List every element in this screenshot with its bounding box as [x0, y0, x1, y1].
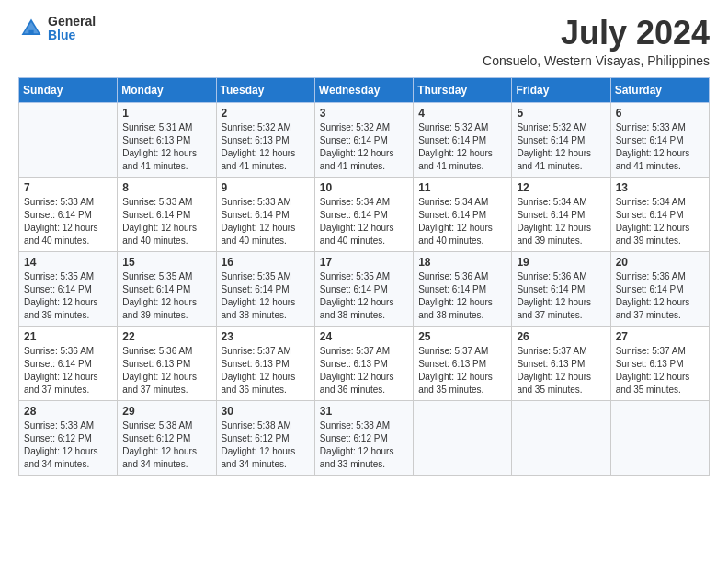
day-info: Sunrise: 5:36 AMSunset: 6:14 PMDaylight:… — [24, 345, 112, 396]
day-info: Sunrise: 5:33 AMSunset: 6:14 PMDaylight:… — [222, 196, 310, 247]
calendar-cell — [512, 400, 610, 475]
day-number: 30 — [222, 405, 310, 418]
day-info: Sunrise: 5:37 AMSunset: 6:13 PMDaylight:… — [616, 345, 704, 396]
calendar-cell: 23Sunrise: 5:37 AMSunset: 6:13 PMDayligh… — [216, 326, 314, 400]
day-number: 3 — [320, 107, 408, 120]
day-info: Sunrise: 5:35 AMSunset: 6:14 PMDaylight:… — [122, 270, 210, 322]
day-info: Sunrise: 5:34 AMSunset: 6:14 PMDaylight:… — [320, 196, 408, 247]
day-info: Sunrise: 5:36 AMSunset: 6:14 PMDaylight:… — [517, 270, 605, 322]
calendar-cell: 1Sunrise: 5:31 AMSunset: 6:13 PMDaylight… — [118, 102, 216, 177]
calendar-cell: 17Sunrise: 5:35 AMSunset: 6:14 PMDayligh… — [314, 251, 413, 326]
day-number: 21 — [24, 330, 112, 343]
calendar-cell: 28Sunrise: 5:38 AMSunset: 6:12 PMDayligh… — [19, 400, 118, 475]
calendar-cell: 15Sunrise: 5:35 AMSunset: 6:14 PMDayligh… — [118, 251, 216, 326]
calendar-cell: 5Sunrise: 5:32 AMSunset: 6:14 PMDaylight… — [512, 102, 610, 177]
day-number: 20 — [616, 256, 704, 269]
day-number: 10 — [320, 181, 408, 194]
day-info: Sunrise: 5:37 AMSunset: 6:13 PMDaylight:… — [320, 345, 408, 396]
day-info: Sunrise: 5:33 AMSunset: 6:14 PMDaylight:… — [616, 121, 704, 173]
weekday-header-monday: Monday — [118, 77, 216, 102]
day-number: 2 — [222, 107, 310, 120]
weekday-header-thursday: Thursday — [414, 77, 512, 102]
calendar-cell: 4Sunrise: 5:32 AMSunset: 6:14 PMDaylight… — [414, 102, 512, 177]
day-number: 11 — [418, 181, 506, 194]
day-number: 16 — [222, 256, 310, 269]
day-info: Sunrise: 5:37 AMSunset: 6:13 PMDaylight:… — [418, 345, 506, 396]
day-number: 31 — [320, 405, 408, 418]
calendar-cell: 31Sunrise: 5:38 AMSunset: 6:12 PMDayligh… — [314, 400, 413, 475]
week-row-1: 1Sunrise: 5:31 AMSunset: 6:13 PMDaylight… — [19, 102, 710, 177]
day-info: Sunrise: 5:34 AMSunset: 6:14 PMDaylight:… — [616, 196, 704, 247]
day-info: Sunrise: 5:37 AMSunset: 6:13 PMDaylight:… — [222, 345, 310, 396]
day-number: 14 — [24, 256, 112, 269]
day-info: Sunrise: 5:38 AMSunset: 6:12 PMDaylight:… — [320, 419, 408, 471]
calendar-cell — [414, 400, 512, 475]
day-number: 8 — [122, 181, 210, 194]
calendar-cell: 18Sunrise: 5:36 AMSunset: 6:14 PMDayligh… — [414, 251, 512, 326]
day-info: Sunrise: 5:35 AMSunset: 6:14 PMDaylight:… — [24, 270, 112, 322]
day-info: Sunrise: 5:38 AMSunset: 6:12 PMDaylight:… — [24, 419, 112, 471]
day-info: Sunrise: 5:34 AMSunset: 6:14 PMDaylight:… — [418, 196, 506, 247]
logo-text: General Blue — [48, 15, 96, 43]
day-info: Sunrise: 5:32 AMSunset: 6:13 PMDaylight:… — [222, 121, 310, 173]
calendar-cell: 7Sunrise: 5:33 AMSunset: 6:14 PMDaylight… — [19, 177, 118, 251]
logo-general-text: General — [48, 15, 96, 29]
day-number: 6 — [616, 107, 704, 120]
day-number: 1 — [122, 107, 210, 120]
day-number: 5 — [517, 107, 605, 120]
month-title: July 2024 — [483, 15, 710, 52]
day-info: Sunrise: 5:38 AMSunset: 6:12 PMDaylight:… — [222, 419, 310, 471]
day-info: Sunrise: 5:35 AMSunset: 6:14 PMDaylight:… — [320, 270, 408, 322]
calendar-cell — [610, 400, 709, 475]
day-info: Sunrise: 5:36 AMSunset: 6:13 PMDaylight:… — [122, 345, 210, 396]
day-number: 24 — [320, 330, 408, 343]
calendar-cell: 19Sunrise: 5:36 AMSunset: 6:14 PMDayligh… — [512, 251, 610, 326]
calendar-cell: 11Sunrise: 5:34 AMSunset: 6:14 PMDayligh… — [414, 177, 512, 251]
day-info: Sunrise: 5:34 AMSunset: 6:14 PMDaylight:… — [517, 196, 605, 247]
calendar-cell: 26Sunrise: 5:37 AMSunset: 6:13 PMDayligh… — [512, 326, 610, 400]
calendar-cell: 16Sunrise: 5:35 AMSunset: 6:14 PMDayligh… — [216, 251, 314, 326]
week-row-4: 21Sunrise: 5:36 AMSunset: 6:14 PMDayligh… — [19, 326, 710, 400]
day-number: 22 — [122, 330, 210, 343]
day-info: Sunrise: 5:32 AMSunset: 6:14 PMDaylight:… — [320, 121, 408, 173]
calendar-cell: 8Sunrise: 5:33 AMSunset: 6:14 PMDaylight… — [118, 177, 216, 251]
day-info: Sunrise: 5:32 AMSunset: 6:14 PMDaylight:… — [517, 121, 605, 173]
day-info: Sunrise: 5:35 AMSunset: 6:14 PMDaylight:… — [222, 270, 310, 322]
day-number: 9 — [222, 181, 310, 194]
weekday-header-tuesday: Tuesday — [216, 77, 314, 102]
weekday-header-sunday: Sunday — [19, 77, 118, 102]
day-info: Sunrise: 5:37 AMSunset: 6:13 PMDaylight:… — [517, 345, 605, 396]
day-number: 23 — [222, 330, 310, 343]
header: General Blue July 2024 Consuelo, Western… — [18, 15, 710, 68]
calendar-cell: 12Sunrise: 5:34 AMSunset: 6:14 PMDayligh… — [512, 177, 610, 251]
day-number: 19 — [517, 256, 605, 269]
location-title: Consuelo, Western Visayas, Philippines — [483, 53, 710, 68]
day-number: 18 — [418, 256, 506, 269]
day-number: 7 — [24, 181, 112, 194]
calendar-cell: 24Sunrise: 5:37 AMSunset: 6:13 PMDayligh… — [314, 326, 413, 400]
day-number: 25 — [418, 330, 506, 343]
week-row-2: 7Sunrise: 5:33 AMSunset: 6:14 PMDaylight… — [19, 177, 710, 251]
calendar-cell: 22Sunrise: 5:36 AMSunset: 6:13 PMDayligh… — [118, 326, 216, 400]
weekday-header-saturday: Saturday — [610, 77, 709, 102]
calendar-cell: 14Sunrise: 5:35 AMSunset: 6:14 PMDayligh… — [19, 251, 118, 326]
calendar-cell: 2Sunrise: 5:32 AMSunset: 6:13 PMDaylight… — [216, 102, 314, 177]
calendar-cell — [19, 102, 118, 177]
logo: General Blue — [18, 15, 96, 43]
calendar-table: SundayMondayTuesdayWednesdayThursdayFrid… — [18, 77, 710, 476]
calendar-cell: 6Sunrise: 5:33 AMSunset: 6:14 PMDaylight… — [610, 102, 709, 177]
day-number: 17 — [320, 256, 408, 269]
day-number: 13 — [616, 181, 704, 194]
calendar-cell: 21Sunrise: 5:36 AMSunset: 6:14 PMDayligh… — [19, 326, 118, 400]
calendar-cell: 13Sunrise: 5:34 AMSunset: 6:14 PMDayligh… — [610, 177, 709, 251]
page: General Blue July 2024 Consuelo, Western… — [0, 0, 728, 563]
week-row-5: 28Sunrise: 5:38 AMSunset: 6:12 PMDayligh… — [19, 400, 710, 475]
day-number: 4 — [418, 107, 506, 120]
calendar-cell: 27Sunrise: 5:37 AMSunset: 6:13 PMDayligh… — [610, 326, 709, 400]
calendar-cell: 29Sunrise: 5:38 AMSunset: 6:12 PMDayligh… — [118, 400, 216, 475]
calendar-cell: 9Sunrise: 5:33 AMSunset: 6:14 PMDaylight… — [216, 177, 314, 251]
logo-blue-text: Blue — [48, 29, 96, 42]
day-number: 27 — [616, 330, 704, 343]
day-number: 26 — [517, 330, 605, 343]
day-info: Sunrise: 5:38 AMSunset: 6:12 PMDaylight:… — [122, 419, 210, 471]
